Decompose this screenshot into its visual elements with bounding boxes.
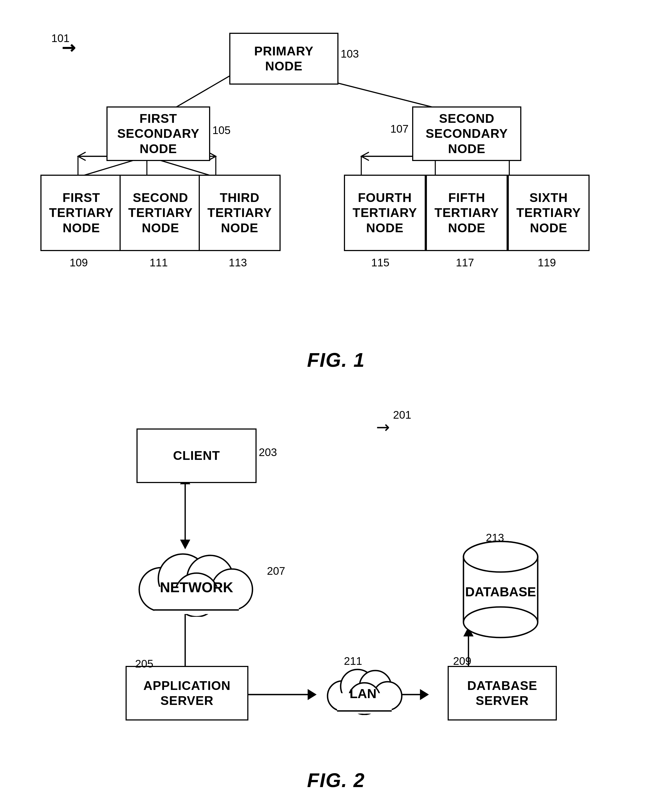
ref-207: 207 xyxy=(267,565,285,577)
ref-119: 119 xyxy=(538,256,556,269)
ref-203: 203 xyxy=(259,446,277,459)
first-secondary-node-box: FIRST SECONDARY NODE xyxy=(106,106,210,161)
ref-115: 115 xyxy=(371,256,390,269)
third-tertiary-node-box: THIRD TERTIARY NODE xyxy=(199,175,280,251)
ref-211: 211 xyxy=(344,655,362,667)
database-cylinder: DATABASE xyxy=(463,540,539,645)
ref-209: 209 xyxy=(453,655,471,667)
fig2-title: FIG. 2 xyxy=(22,769,650,791)
ref-113: 113 xyxy=(229,256,247,269)
client-box: CLIENT xyxy=(137,429,257,483)
ref-105: 105 xyxy=(212,124,231,137)
page: 101 ↗ PRIMARY NODE 103 FIRST SECONDARY N… xyxy=(0,0,672,810)
svg-text:NETWORK: NETWORK xyxy=(160,579,233,595)
svg-marker-25 xyxy=(307,689,317,700)
ref-117: 117 xyxy=(456,256,474,269)
fig1-title: FIG. 1 xyxy=(22,349,650,371)
ref-109: 109 xyxy=(69,256,88,269)
primary-node-box: PRIMARY NODE xyxy=(229,33,338,84)
fig1-container: 101 ↗ PRIMARY NODE 103 FIRST SECONDARY N… xyxy=(22,16,650,376)
fourth-tertiary-node-box: FOURTH TERTIARY NODE xyxy=(344,175,426,251)
svg-point-53 xyxy=(463,542,538,572)
arrow-201: ↗ xyxy=(372,416,395,439)
ref-201: 201 xyxy=(393,409,411,421)
svg-text:LAN: LAN xyxy=(350,686,377,701)
db-server-box: DATABASE SERVER xyxy=(447,666,557,721)
ref-213: 213 xyxy=(486,532,504,544)
ref-205: 205 xyxy=(135,658,154,670)
sixth-tertiary-node-box: SIXTH TERTIARY NODE xyxy=(508,175,589,251)
lan-cloud: LAN xyxy=(322,660,404,715)
fig2-container: 201 ↗ CLIENT 203 NETWORK 2 xyxy=(22,393,650,797)
svg-point-52 xyxy=(463,607,538,638)
ref-103: 103 xyxy=(341,48,359,60)
fifth-tertiary-node-box: FIFTH TERTIARY NODE xyxy=(426,175,508,251)
second-secondary-node-box: SECOND SECONDARY NODE xyxy=(412,106,521,161)
svg-marker-28 xyxy=(420,689,429,700)
app-server-box: APPLICATION SERVER xyxy=(125,666,248,721)
second-tertiary-node-box: SECOND TERTIARY NODE xyxy=(120,175,201,251)
ref-107: 107 xyxy=(390,123,409,135)
svg-text:DATABASE: DATABASE xyxy=(465,585,536,599)
network-cloud: NETWORK xyxy=(128,540,265,617)
ref-111: 111 xyxy=(150,256,168,269)
first-tertiary-node-box: FIRST TERTIARY NODE xyxy=(41,175,122,251)
fig2-svg xyxy=(22,393,650,797)
